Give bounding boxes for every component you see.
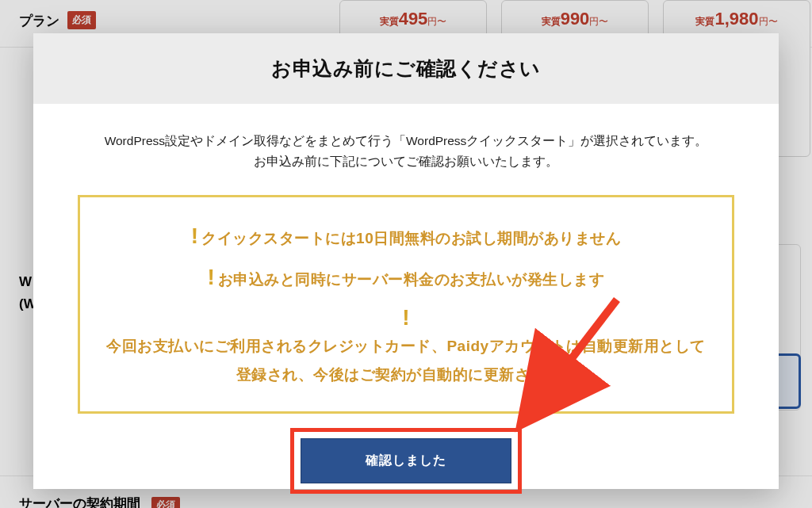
confirm-button-highlight: 確認しました [290, 428, 522, 494]
modal-body: WordPress設定やドメイン取得などをまとめて行う「WordPressクイッ… [33, 104, 779, 508]
exclamation-icon: ! [402, 307, 409, 329]
warning-text: クイックスタートには10日間無料のお試し期間がありません [201, 224, 621, 253]
warning-item: ! クイックスタートには10日間無料のお試し期間がありません [99, 224, 713, 253]
intro-line-1: WordPress設定やドメイン取得などをまとめて行う「WordPressクイッ… [65, 131, 747, 151]
modal-title: お申込み前にご確認ください [49, 55, 763, 82]
warning-item: ! 今回お支払いにご利用されるクレジットカード、Paidyアカウントは自動更新用… [99, 307, 713, 389]
intro-line-2: お申込み前に下記についてご確認お願いいたします。 [65, 151, 747, 172]
confirmation-modal: お申込み前にご確認ください WordPress設定やドメイン取得などをまとめて行… [33, 33, 779, 489]
modal-header: お申込み前にご確認ください [33, 33, 779, 104]
warnings-box: ! クイックスタートには10日間無料のお試し期間がありません ! お申込みと同時… [78, 195, 734, 414]
exclamation-icon: ! [208, 266, 215, 288]
exclamation-icon: ! [191, 225, 198, 247]
warning-text: 今回お支払いにご利用されるクレジットカード、Paidyアカウントは自動更新用とし… [99, 332, 713, 389]
warning-item: ! お申込みと同時にサーバー料金のお支払いが発生します [99, 265, 713, 294]
modal-intro: WordPress設定やドメイン取得などをまとめて行う「WordPressクイッ… [65, 131, 747, 173]
warning-text: お申込みと同時にサーバー料金のお支払いが発生します [218, 265, 605, 294]
confirm-button[interactable]: 確認しました [301, 438, 511, 483]
